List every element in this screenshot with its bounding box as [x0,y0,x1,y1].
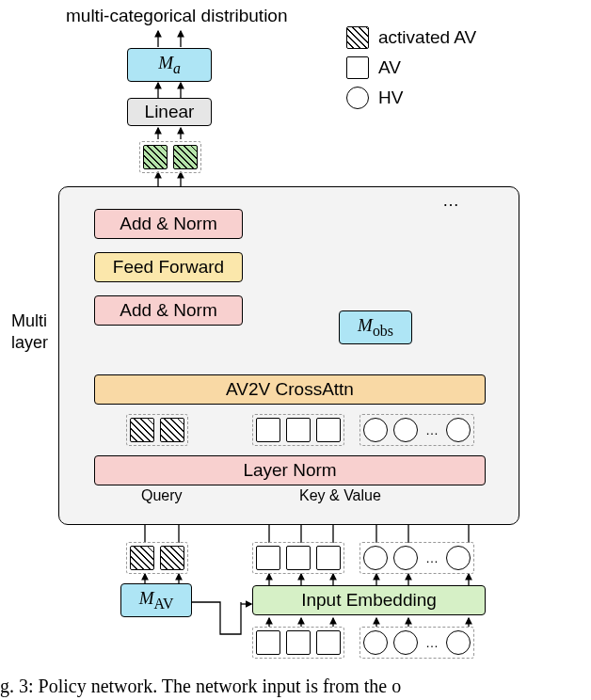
keyvalue-label: Key & Value [299,487,381,504]
kv-av-token [286,418,311,442]
green-token [173,145,198,169]
legend: activated AV AV HV [346,26,476,109]
inputemb-block: Input Embedding [252,585,486,615]
emb-hv-token [393,546,418,570]
query-token [130,418,154,442]
caption-text: g. 3: Policy network. The network input … [0,676,591,697]
kv-av-group [252,414,344,446]
emb-hv-token [446,546,471,570]
emb-hv-group: … [359,542,474,574]
layernorm-block: Layer Norm [94,455,486,485]
green-token [143,145,168,169]
mobs-block: Mobs [339,310,412,344]
query-token [160,418,184,442]
kv-av-token [316,418,341,442]
feedforward-label: Feed Forward [113,257,224,278]
legend-av-icon [346,56,369,79]
crossattn-label: AV2V CrossAttn [226,379,354,400]
raw-av-group [252,627,344,659]
mav-label: MAV [139,588,174,612]
linear-label: Linear [145,102,195,122]
av-input-group [126,542,188,574]
ellipsis: … [423,550,440,565]
emb-hv-token [363,546,388,570]
ellipsis: … [423,422,440,438]
addnorm-top-block: Add & Norm [94,209,243,239]
legend-activated-icon [346,26,369,49]
query-token-group [126,414,188,446]
addnorm-bottom-block: Add & Norm [94,295,243,326]
multilayer-label: Multi layer [11,310,48,353]
legend-hv-label: HV [378,88,403,108]
raw-hv-token [446,630,471,655]
raw-av-token [256,630,280,655]
raw-hv-token [363,630,388,655]
emb-av-group [252,542,344,574]
addnorm-top-label: Add & Norm [120,214,216,234]
raw-av-token [286,630,311,655]
linear-block: Linear [127,98,212,126]
title-text: multi-categorical distribution [66,6,288,26]
green-token-group [139,141,201,173]
kv-hv-token [446,418,471,442]
layernorm-label: Layer Norm [243,460,336,481]
emb-av-token [286,546,311,570]
emb-av-token [256,546,280,570]
ma-block: Ma [127,48,212,82]
addnorm-bottom-label: Add & Norm [120,300,216,321]
legend-av-label: AV [378,57,401,78]
ellipsis: … [423,635,440,650]
ma-label: Ma [158,53,181,77]
ellipsis-top: … [442,191,459,211]
av-input-token [160,546,184,570]
kv-hv-group: … [359,414,474,446]
kv-hv-token [393,418,418,442]
kv-av-token [256,418,280,442]
inputemb-label: Input Embedding [301,590,437,611]
kv-hv-token [363,418,388,442]
mobs-label: Mobs [358,315,393,340]
legend-hv-icon [346,87,369,109]
raw-hv-token [393,630,418,655]
raw-hv-group: … [359,627,474,659]
query-label: Query [141,487,183,504]
crossattn-block: AV2V CrossAttn [94,374,486,405]
av-input-token [130,546,154,570]
emb-av-token [316,546,341,570]
raw-av-token [316,630,341,655]
mav-block: MAV [120,583,192,617]
feedforward-block: Feed Forward [94,252,243,282]
legend-activated-label: activated AV [378,27,476,48]
